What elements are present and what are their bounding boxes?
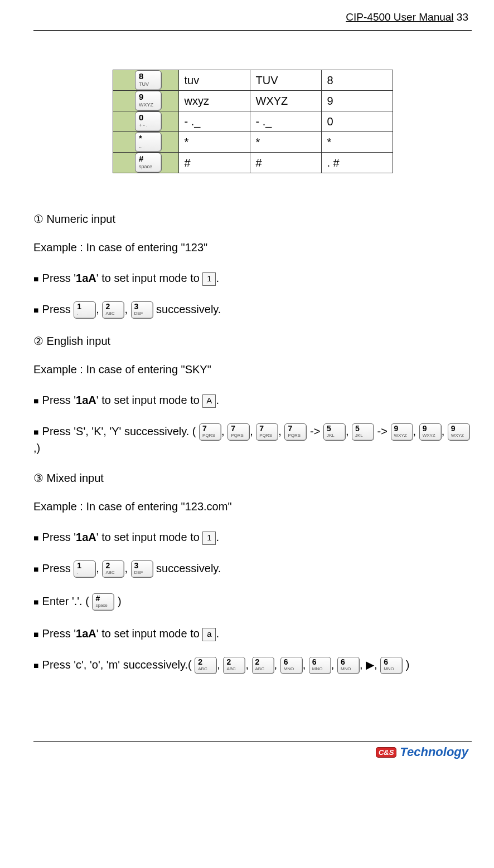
- step: ￭ Press '1aA' to set input mode to a.: [33, 626, 472, 641]
- table-row: 0+ - . - ._ - ._ 0: [113, 111, 393, 132]
- header-rule: [33, 30, 472, 31]
- key-1-icon: 1.: [74, 560, 96, 578]
- key-7-icon: 7PQRS: [256, 423, 278, 441]
- footer-logo: C&S Technology: [33, 745, 472, 759]
- table-row: *.. * * *: [113, 132, 393, 153]
- step: ￭ Press '1aA' to set input mode to 1.: [33, 530, 472, 545]
- step: ￭ Press 1., 2ABC, 3DEF successively.: [33, 301, 472, 319]
- mode-A-icon: A: [202, 394, 216, 408]
- example-3: Example : In case of entering "123.com": [33, 499, 472, 514]
- logo-text: Technology: [400, 745, 468, 759]
- cell-lower: tuv: [178, 70, 250, 91]
- key-9-icon: 9WXYZ: [448, 423, 470, 441]
- key-table: 8TUV tuv TUV 8 9WXYZ wxyz WXYZ 9 0+ - . …: [113, 70, 393, 173]
- key-cell: 9WXYZ: [113, 91, 178, 111]
- key-7-icon: 7PQRS: [199, 423, 221, 441]
- key-6-icon: 6MNO: [309, 657, 331, 674]
- step: ￭ Press 'c', 'o', 'm' successively.( 2AB…: [33, 657, 472, 674]
- page-number: 33: [457, 11, 468, 23]
- mode-1-icon: 1: [202, 531, 216, 545]
- step: ￭ Press '1aA' to set input mode to 1.: [33, 271, 472, 286]
- key-6-icon: 6MNO: [380, 657, 403, 674]
- key-hash-icon: #space: [92, 593, 114, 611]
- section-1-heading: ① Numeric input: [33, 212, 472, 226]
- key-1-icon: 1.: [74, 301, 96, 319]
- key-3-icon: 3DEF: [131, 560, 153, 578]
- key-9-icon: 9WXYZ: [391, 423, 413, 441]
- key-cell: *..: [113, 132, 178, 153]
- mode-a-icon: a: [202, 628, 216, 641]
- manual-title: CIP-4500 User Manual: [346, 11, 453, 23]
- mode-1-icon: 1: [202, 272, 216, 286]
- key-9-icon: 9WXYZ: [419, 423, 442, 441]
- logo-badge: C&S: [376, 747, 396, 758]
- section-2-heading: ② English input: [33, 334, 472, 348]
- key-cell: 8TUV: [113, 70, 178, 91]
- key-3-icon: 3DEF: [131, 301, 153, 319]
- key-7-icon: 7PQRS: [227, 423, 250, 441]
- key-7-icon: 7PQRS: [284, 423, 307, 441]
- page-header: CIP-4500 User Manual 33: [33, 11, 472, 26]
- table-row: #space # # . #: [113, 153, 393, 173]
- key-2-icon: 2ABC: [102, 301, 124, 319]
- example-2: Example : In case of entering "SKY": [33, 362, 472, 377]
- page: CIP-4500 User Manual 33 8TUV tuv TUV 8 9…: [0, 0, 494, 771]
- example-1: Example : In case of entering "123": [33, 240, 472, 255]
- key-cell: #space: [113, 153, 178, 173]
- step: ￭ Press 'S', 'K', 'Y' successively. ( 7P…: [33, 423, 472, 456]
- right-arrow-icon: ▶: [366, 659, 374, 671]
- step: ￭ Press '1aA' to set input mode to A.: [33, 393, 472, 408]
- key-2-icon: 2ABC: [102, 560, 124, 578]
- cell-upper: TUV: [250, 70, 321, 91]
- step: ￭ Enter '.'. ( #space ): [33, 593, 472, 611]
- section-3-heading: ③ Mixed input: [33, 471, 472, 485]
- key-6-icon: 6MNO: [337, 657, 360, 674]
- key-2-icon: 2ABC: [223, 657, 245, 674]
- key-2-icon: 2ABC: [195, 657, 217, 674]
- key-6-icon: 6MNO: [280, 657, 303, 674]
- key-2-icon: 2ABC: [252, 657, 274, 674]
- key-cell: 0+ - .: [113, 111, 178, 132]
- cell-num: 8: [321, 70, 393, 91]
- step: ￭ Press 1., 2ABC, 3DEF successively.: [33, 560, 472, 578]
- table-row: 9WXYZ wxyz WXYZ 9: [113, 91, 393, 111]
- content: 8TUV tuv TUV 8 9WXYZ wxyz WXYZ 9 0+ - . …: [33, 70, 472, 674]
- footer-rule: [33, 741, 472, 742]
- key-5-icon: 5JKL: [352, 423, 374, 441]
- table-row: 8TUV tuv TUV 8: [113, 70, 393, 91]
- key-5-icon: 5JKL: [323, 423, 346, 441]
